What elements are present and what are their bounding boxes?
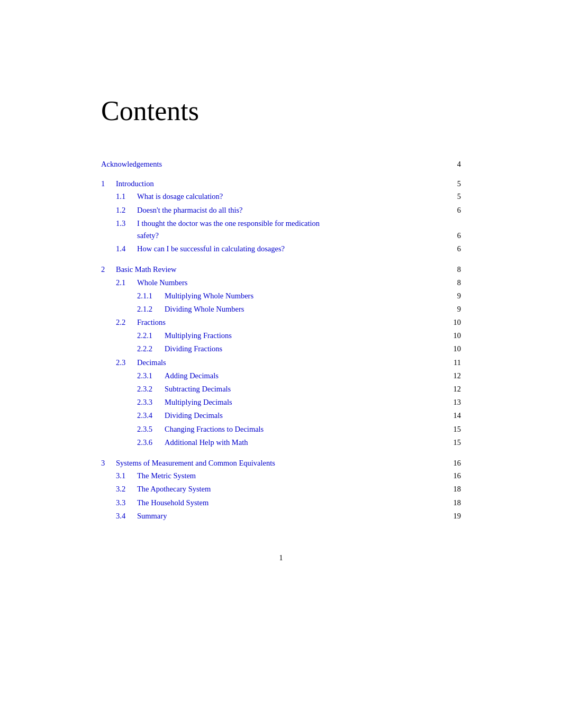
toc-chapter-1[interactable]: 1 Introduction 5 [101,178,461,190]
toc-section-3-1[interactable]: 3.1 The Metric System 16 [101,470,461,482]
toc-section-1-1[interactable]: 1.1 What is dosage calculation? 5 [101,190,461,203]
toc-section-2-1-2[interactable]: 2.1.2 Dividing Whole Numbers 9 [101,303,461,315]
toc-section-2-1-1[interactable]: 2.1.1 Multiplying Whole Numbers 9 [101,290,461,302]
toc-chapter-3[interactable]: 3 Systems of Measurement and Common Equi… [101,457,461,469]
toc-chapter-2[interactable]: 2 Basic Math Review 8 [101,263,461,276]
toc-section-2-3-1[interactable]: 2.3.1 Adding Decimals 12 [101,370,461,382]
toc-section-2-3-4[interactable]: 2.3.4 Dividing Decimals 14 [101,410,461,422]
toc-section-2-3-2[interactable]: 2.3.2 Subtracting Decimals 12 [101,383,461,395]
toc-section-2-3[interactable]: 2.3 Decimals 11 [101,357,461,369]
toc-section-3-2[interactable]: 3.2 The Apothecary System 18 [101,483,461,495]
toc-section-1-4[interactable]: 1.4 How can I be successful in calculati… [101,243,461,255]
toc-acknowledgements[interactable]: Acknowledgements 4 [101,158,461,170]
page-number: 1 [101,554,461,562]
toc-container: Acknowledgements 4 1 Introduction 5 1.1 … [101,158,461,522]
toc-section-2-3-5[interactable]: 2.3.5 Changing Fractions to Decimals 15 [101,423,461,435]
toc-section-2-1[interactable]: 2.1 Whole Numbers 8 [101,277,461,289]
toc-section-3-4[interactable]: 3.4 Summary 19 [101,510,461,522]
toc-section-1-3[interactable]: 1.3 I thought the doctor was the one res… [101,217,461,242]
toc-section-2-2[interactable]: 2.2 Fractions 10 [101,316,461,329]
toc-section-2-2-1[interactable]: 2.2.1 Multiplying Fractions 10 [101,330,461,342]
toc-section-2-3-3[interactable]: 2.3.3 Multiplying Decimals 13 [101,396,461,408]
page-title: Contents [101,95,461,126]
toc-section-1-2[interactable]: 1.2 Doesn't the pharmacist do all this? … [101,204,461,216]
toc-section-2-2-2[interactable]: 2.2.2 Dividing Fractions 10 [101,343,461,355]
toc-section-3-3[interactable]: 3.3 The Household System 18 [101,497,461,509]
toc-section-2-3-6[interactable]: 2.3.6 Additional Help with Math 15 [101,436,461,449]
